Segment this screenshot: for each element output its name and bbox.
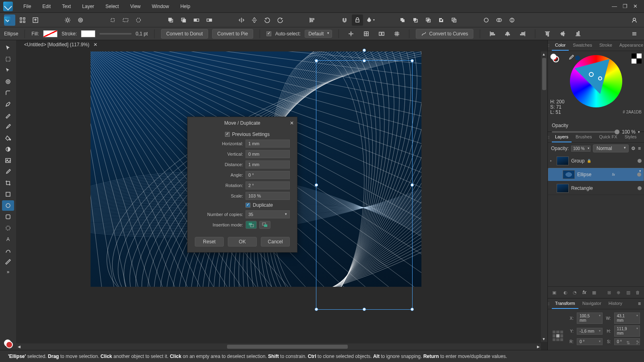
visibility-toggle[interactable] [638,159,642,163]
layer-row-group[interactable]: ▸ Group 🔒 [548,154,644,168]
handle-br[interactable] [411,308,414,311]
auto-select-checkbox[interactable] [266,31,271,36]
pen-tool[interactable] [2,99,14,109]
order-3-icon[interactable] [191,14,202,26]
tab-history[interactable]: History [605,298,625,309]
handle-bc[interactable] [363,308,366,311]
eyedropper-icon[interactable] [568,54,574,62]
snap-3-icon[interactable] [133,14,144,26]
snap-toggle-icon[interactable] [339,14,350,26]
current-fill-stroke[interactable] [4,339,13,348]
show-align-icon[interactable] [376,28,387,39]
panel-options-icon[interactable]: ≡ [635,298,644,309]
transform-w-input[interactable]: 43,1 mm [614,313,640,324]
insert-3-icon[interactable] [506,14,518,26]
align-l-icon[interactable] [487,28,498,39]
bool-add-icon[interactable] [397,14,408,26]
handle-tl[interactable] [315,59,318,62]
align-c-icon[interactable] [502,28,513,39]
transparency-tool[interactable] [2,144,14,154]
link-dims-icon[interactable]: ⇅ [624,339,632,347]
link-aspect-icon[interactable]: ⤢ [634,339,642,347]
window-minimize[interactable]: — [612,3,617,9]
layer-settings-icon[interactable]: ⚙ [631,146,636,151]
handle-mr[interactable] [411,183,414,187]
panel-menu-icon[interactable] [629,28,640,39]
scrollbar-horizontal[interactable]: ◀ ▶ [16,343,541,350]
scroll-up-icon[interactable]: ▲ [541,51,547,57]
tab-navigator[interactable]: Navigator [579,298,605,309]
color-wheel[interactable] [570,55,622,107]
previous-settings-checkbox[interactable] [225,132,230,137]
tab-transform[interactable]: Transform [552,298,578,309]
align-t-icon[interactable] [542,28,553,39]
insertion-mode-above[interactable] [259,221,270,229]
align-r-icon[interactable] [517,28,528,39]
insert-1-icon[interactable] [481,14,492,26]
lock-icon[interactable] [352,14,363,26]
color-picker-tool[interactable] [2,167,14,177]
layer-row-ellipse[interactable]: Ellipse fx [548,168,644,181]
layer-menu-icon[interactable]: ≡ [638,146,641,151]
menu-edit[interactable]: Edit [37,0,56,13]
brush-tool[interactable] [2,121,14,132]
bool-div-icon[interactable] [448,14,460,26]
handle-tc[interactable] [363,59,366,62]
color-drop-icon[interactable]: ▾ [365,14,376,26]
edit-layers-icon[interactable]: ▣ [550,288,558,296]
snap-2-icon[interactable] [120,14,131,26]
menu-window[interactable]: Window [146,0,175,13]
node-tool[interactable] [2,65,14,76]
vertical-input[interactable]: 0 mm [246,150,290,158]
order-4-icon[interactable] [204,14,215,26]
transform-h-input[interactable]: 111,9 mm [614,325,640,337]
fill-tool[interactable] [2,133,14,143]
star-tool[interactable] [2,223,14,233]
blend-mode-dropdown[interactable]: Normal [593,144,629,152]
menu-text[interactable]: Text [56,0,76,13]
bool-xor-icon[interactable] [436,14,447,26]
corner-tool[interactable] [2,88,14,98]
tab-styles[interactable]: Styles [621,132,640,142]
persona-designer[interactable] [4,14,15,26]
layer-opacity-input[interactable]: 100 %▾ [571,146,590,152]
shape-builder-tool[interactable] [2,189,14,200]
handle-tr[interactable] [411,59,414,62]
menu-layer[interactable]: Layer [76,0,100,13]
close-doc-icon[interactable]: ✕ [93,42,97,47]
ok-button[interactable]: OK [228,237,257,247]
fx-icon[interactable]: fx [580,288,588,296]
tab-layers[interactable]: Layers [552,132,572,142]
layer-row-rectangle[interactable]: Rectangle [548,181,644,195]
auto-select-dropdown[interactable]: Default [305,30,332,38]
rotate-ccw-icon[interactable] [262,14,273,26]
tab-brushes[interactable]: Brushes [572,132,595,142]
lock-icon[interactable]: 🔒 [587,159,591,163]
align-b-icon[interactable] [572,28,584,39]
horizontal-input[interactable]: 1 mm [246,140,290,148]
dialog-close-icon[interactable]: ✕ [290,120,294,126]
toolbar-export-icon[interactable] [30,14,41,26]
move-tool[interactable] [2,43,14,53]
scale-input[interactable]: 103 % [246,192,290,200]
tab-quickfx[interactable]: Quick FX [596,132,620,142]
menu-file[interactable]: File [18,0,37,13]
contour-tool[interactable] [2,76,14,87]
duplicate-checkbox[interactable] [246,203,250,208]
mask-icon[interactable]: ◐ [561,288,570,296]
distance-input[interactable]: 1 mm [246,160,290,169]
document-tab[interactable]: <Untitled> [Modified] (117.9%) ✕ [20,40,101,49]
window-close[interactable]: ✕ [633,3,638,9]
reset-button[interactable]: Reset [195,237,224,247]
more-tools[interactable]: » [2,268,14,276]
flip-h-icon[interactable] [236,14,247,26]
account-icon[interactable] [629,14,640,26]
fill-stroke-selector[interactable] [550,53,559,62]
menu-view[interactable]: View [124,0,146,13]
transform-origin-icon[interactable] [345,28,357,39]
window-maximize[interactable]: ❐ [623,3,627,9]
scroll-right-icon[interactable]: ▶ [535,344,541,350]
text-tool[interactable]: A [2,234,14,245]
add-layer-icon[interactable]: ⊕ [615,288,623,296]
show-grid-icon[interactable] [391,28,402,39]
